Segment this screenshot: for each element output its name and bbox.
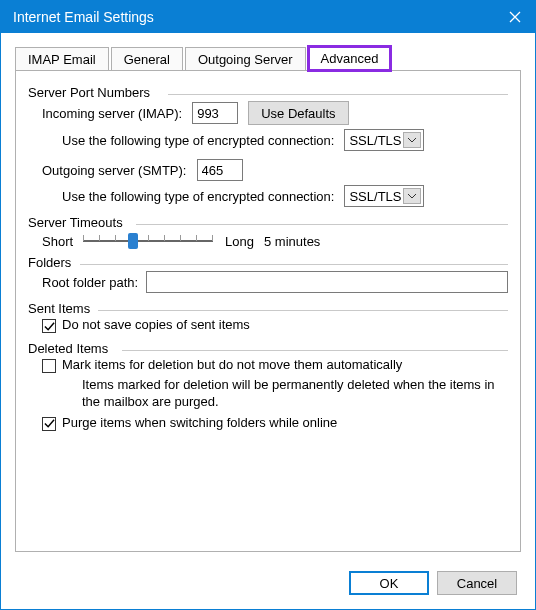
select-value: SSL/TLS [349, 133, 401, 148]
timeout-short-label: Short [42, 234, 73, 249]
group-server-timeouts: Server Timeouts Short Long 5 minutes [28, 217, 508, 251]
tab-strip: IMAP Email General Outgoing Server Advan… [15, 45, 521, 71]
group-divider [80, 264, 508, 265]
row-incoming-server: Incoming server (IMAP): Use Defaults [28, 101, 508, 125]
timeout-long-label: Long [225, 234, 254, 249]
window-title: Internet Email Settings [13, 9, 495, 25]
row-timeout-slider: Short Long 5 minutes [28, 231, 508, 251]
button-label: OK [380, 576, 399, 591]
tab-general[interactable]: General [111, 47, 183, 71]
checkbox-box [42, 417, 56, 431]
group-sent-items: Sent Items Do not save copies of sent it… [28, 303, 508, 333]
button-label: Cancel [457, 576, 497, 591]
dialog-window: Internet Email Settings IMAP Email Gener… [0, 0, 536, 610]
row-incoming-encryption: Use the following type of encrypted conn… [28, 129, 508, 151]
timeout-slider[interactable] [83, 231, 213, 251]
encryption-type-label: Use the following type of encrypted conn… [62, 189, 334, 204]
encryption-type-label: Use the following type of encrypted conn… [62, 133, 334, 148]
checkbox-purge-on-switch[interactable]: Purge items when switching folders while… [28, 415, 508, 431]
outgoing-encryption-select[interactable]: SSL/TLS [344, 185, 424, 207]
incoming-port-input[interactable] [192, 102, 238, 124]
tab-label: Advanced [321, 51, 379, 66]
chevron-down-icon [403, 188, 421, 204]
group-folders: Folders Root folder path: [28, 257, 508, 293]
deleted-items-note: Items marked for deletion will be perman… [28, 377, 508, 411]
group-server-port-numbers: Server Port Numbers Incoming server (IMA… [28, 87, 508, 207]
group-label: Server Timeouts [28, 215, 129, 230]
group-deleted-items: Deleted Items Mark items for deletion bu… [28, 343, 508, 431]
row-outgoing-server: Outgoing server (SMTP): [28, 159, 508, 181]
checkbox-mark-for-deletion[interactable]: Mark items for deletion but do not move … [28, 357, 508, 373]
outgoing-port-input[interactable] [197, 159, 243, 181]
title-bar: Internet Email Settings [1, 1, 535, 33]
checkbox-label: Purge items when switching folders while… [62, 415, 337, 430]
checkbox-do-not-save-sent[interactable]: Do not save copies of sent items [28, 317, 508, 333]
use-defaults-button[interactable]: Use Defaults [248, 101, 348, 125]
tab-outgoing-server[interactable]: Outgoing Server [185, 47, 306, 71]
group-divider [136, 224, 508, 225]
button-label: Use Defaults [261, 106, 335, 121]
row-root-folder-path: Root folder path: [28, 271, 508, 293]
group-label: Folders [28, 255, 77, 270]
root-folder-path-label: Root folder path: [42, 275, 138, 290]
group-divider [122, 350, 508, 351]
group-label: Sent Items [28, 301, 96, 316]
select-value: SSL/TLS [349, 189, 401, 204]
tab-label: IMAP Email [28, 52, 96, 67]
client-area: IMAP Email General Outgoing Server Advan… [1, 33, 535, 609]
group-label: Deleted Items [28, 341, 114, 356]
checkbox-label: Do not save copies of sent items [62, 317, 250, 332]
dialog-button-row: OK Cancel [349, 571, 517, 595]
close-icon [509, 11, 521, 23]
incoming-server-label: Incoming server (IMAP): [42, 106, 182, 121]
close-button[interactable] [495, 1, 535, 33]
timeout-value: 5 minutes [264, 234, 320, 249]
row-outgoing-encryption: Use the following type of encrypted conn… [28, 185, 508, 207]
group-divider [168, 94, 508, 95]
cancel-button[interactable]: Cancel [437, 571, 517, 595]
incoming-encryption-select[interactable]: SSL/TLS [344, 129, 424, 151]
checkbox-box [42, 359, 56, 373]
checkbox-box [42, 319, 56, 333]
group-label: Server Port Numbers [28, 85, 156, 100]
tab-label: General [124, 52, 170, 67]
slider-ticks [83, 235, 213, 245]
group-divider [98, 310, 508, 311]
chevron-down-icon [403, 132, 421, 148]
root-folder-path-input[interactable] [146, 271, 508, 293]
tab-label: Outgoing Server [198, 52, 293, 67]
tab-imap-email[interactable]: IMAP Email [15, 47, 109, 71]
tab-panel-advanced: Server Port Numbers Incoming server (IMA… [15, 70, 521, 552]
tab-advanced[interactable]: Advanced [308, 46, 392, 71]
checkbox-label: Mark items for deletion but do not move … [62, 357, 402, 372]
outgoing-server-label: Outgoing server (SMTP): [42, 163, 187, 178]
ok-button[interactable]: OK [349, 571, 429, 595]
slider-thumb[interactable] [128, 233, 138, 249]
